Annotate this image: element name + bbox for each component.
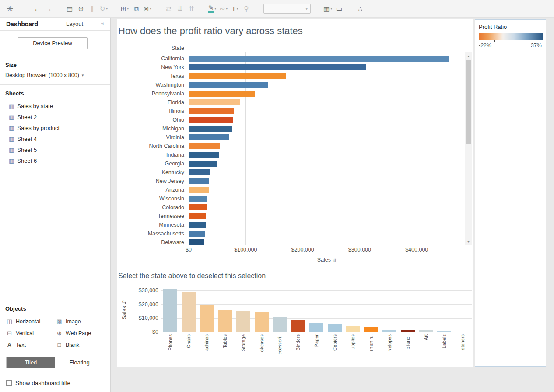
bar-california[interactable] — [189, 56, 449, 62]
swap-rows-columns-button[interactable]: ⇄ — [163, 3, 174, 15]
sales-by-product-chart[interactable] — [161, 287, 472, 332]
state-label[interactable]: Virginia — [117, 133, 189, 142]
tiled-button[interactable]: Tiled — [7, 357, 55, 368]
new-data-source-button[interactable]: ⊕ — [75, 3, 87, 15]
floating-button[interactable]: Floating — [55, 357, 104, 368]
state-label[interactable]: New York — [117, 63, 189, 72]
bar-michigan[interactable] — [189, 126, 232, 132]
category-label[interactable]: velopes — [382, 334, 396, 367]
bar-plianc[interactable] — [401, 330, 415, 332]
share-workbook-button[interactable]: ∴ — [354, 3, 366, 15]
state-label[interactable]: Florida — [117, 98, 189, 107]
duplicate-button[interactable]: ⧉ — [130, 3, 142, 15]
bar-tables[interactable] — [218, 310, 232, 332]
bar-washington[interactable] — [189, 82, 268, 88]
scroll-down-icon[interactable]: ▼ — [465, 238, 472, 245]
highlight-button[interactable]: ✎▾ — [207, 3, 218, 15]
sheet-item-sheet-6[interactable]: ▥Sheet 6 — [5, 155, 105, 166]
state-label[interactable]: Georgia — [117, 159, 189, 168]
category-label[interactable]: steners — [456, 334, 470, 367]
state-label[interactable]: Pennsylvania — [117, 89, 189, 98]
state-label[interactable]: Minnesota — [117, 220, 189, 229]
object-item-horizontal[interactable]: ◫Horizontal — [5, 316, 53, 327]
pause-auto-updates-button[interactable]: ∥ — [87, 3, 98, 15]
sales-axis-label[interactable]: Sales⇵ — [189, 257, 465, 263]
sheet-item-sheet-5[interactable]: ▥Sheet 5 — [5, 144, 105, 155]
bar-upplies[interactable] — [346, 326, 360, 332]
sheet-item-sheet-4[interactable]: ▥Sheet 4 — [5, 133, 105, 144]
show-dashboard-title-checkbox[interactable]: Show dashboard title — [0, 374, 110, 392]
bar-colorado[interactable] — [189, 204, 207, 210]
state-label[interactable]: New Jersey — [117, 177, 189, 186]
bar-copiers[interactable] — [328, 324, 342, 332]
state-label[interactable]: Arizona — [117, 186, 189, 194]
category-label[interactable]: Chairs — [182, 334, 196, 367]
state-label[interactable]: Kentucky — [117, 168, 189, 177]
category-label[interactable]: Phones — [163, 334, 177, 367]
bar-art[interactable] — [419, 330, 433, 332]
chart-scrollbar[interactable]: ▲ ▼ — [465, 52, 472, 245]
bar-paper[interactable] — [309, 323, 323, 332]
sales-by-state-chart[interactable]: CaliforniaNew YorkTexasWashingtonPennsyl… — [117, 54, 465, 245]
state-label[interactable]: Ohio — [117, 116, 189, 124]
sort-descending-button[interactable]: ⇈ — [186, 3, 197, 15]
object-item-blank[interactable]: □Blank — [55, 340, 102, 350]
state-label[interactable]: Delaware — [117, 238, 189, 245]
category-label[interactable]: okcases — [255, 334, 269, 367]
undo-button[interactable]: ← — [32, 3, 43, 15]
bar-massachusetts[interactable] — [189, 231, 205, 237]
state-label[interactable]: Illinois — [117, 107, 189, 116]
bar-velopes[interactable] — [382, 330, 396, 332]
clear-sheet-button[interactable]: ⊠▾ — [142, 3, 153, 15]
bar-ohio[interactable] — [189, 117, 233, 123]
bar-ccessori[interactable] — [273, 317, 287, 332]
bar-illinois[interactable] — [189, 108, 234, 114]
category-label[interactable]: Binders — [291, 334, 305, 367]
bar-texas[interactable] — [189, 73, 286, 79]
device-preview-button[interactable]: Device Preview — [18, 37, 88, 49]
object-item-web-page[interactable]: ⊕Web Page — [55, 328, 102, 339]
scroll-up-icon[interactable]: ▲ — [465, 52, 472, 60]
sheet-item-sales-by-product[interactable]: ▥Sales by product — [5, 122, 105, 133]
state-label[interactable]: Wisconsin — [117, 194, 189, 203]
category-label[interactable]: Tables — [218, 334, 232, 367]
bar-steners[interactable] — [456, 332, 470, 332]
category-label[interactable]: ccessori.. — [273, 334, 287, 367]
redo-button[interactable]: → — [43, 3, 54, 15]
category-label[interactable]: plianc.. — [401, 334, 415, 367]
bar-pennsylvania[interactable] — [189, 91, 255, 97]
tab-layout[interactable]: Layout ⇅ — [60, 18, 110, 30]
sort-ascending-button[interactable]: ⇊ — [174, 3, 186, 15]
save-button[interactable]: ▤ — [64, 3, 75, 15]
category-label[interactable]: upplies — [346, 334, 360, 367]
bar-georgia[interactable] — [189, 161, 217, 167]
state-label[interactable]: California — [117, 54, 189, 63]
sort-icon[interactable]: ⇵ — [333, 258, 337, 262]
state-label[interactable]: Massachusetts — [117, 229, 189, 238]
bar-wisconsin[interactable] — [189, 196, 207, 202]
bar-florida[interactable] — [189, 99, 240, 105]
object-item-text[interactable]: AText — [5, 340, 53, 350]
bar-labels[interactable] — [437, 331, 451, 332]
state-label[interactable]: Colorado — [117, 203, 189, 212]
tab-dashboard[interactable]: Dashboard — [0, 18, 44, 30]
show-hide-cards-button[interactable]: ▦▾ — [322, 3, 333, 15]
fix-axes-button[interactable]: ⚲ — [241, 3, 252, 15]
bar-minnesota[interactable] — [189, 222, 206, 228]
bar-new-jersey[interactable] — [189, 178, 209, 184]
category-label[interactable]: Art — [419, 334, 433, 367]
bar-delaware[interactable] — [189, 239, 204, 245]
bar-arizona[interactable] — [189, 187, 209, 193]
bar-achines[interactable] — [200, 305, 214, 332]
state-label[interactable]: Washington — [117, 80, 189, 89]
category-label[interactable]: Storage — [236, 334, 250, 367]
bar-rnishin[interactable] — [364, 327, 378, 332]
bar-virginia[interactable] — [189, 134, 229, 140]
run-auto-updates-button[interactable]: ↻▾ — [98, 3, 109, 15]
category-label[interactable]: rnishin.. — [364, 334, 378, 367]
show-mark-labels-button[interactable]: T▾ — [229, 3, 241, 15]
profit-ratio-legend[interactable]: Profit Ratio -22% 37% — [475, 19, 546, 367]
fit-selector[interactable]: ▾ — [263, 4, 311, 14]
category-label[interactable]: Copiers — [328, 334, 342, 367]
sheet-item-sales-by-state[interactable]: ▥Sales by state — [5, 101, 105, 112]
